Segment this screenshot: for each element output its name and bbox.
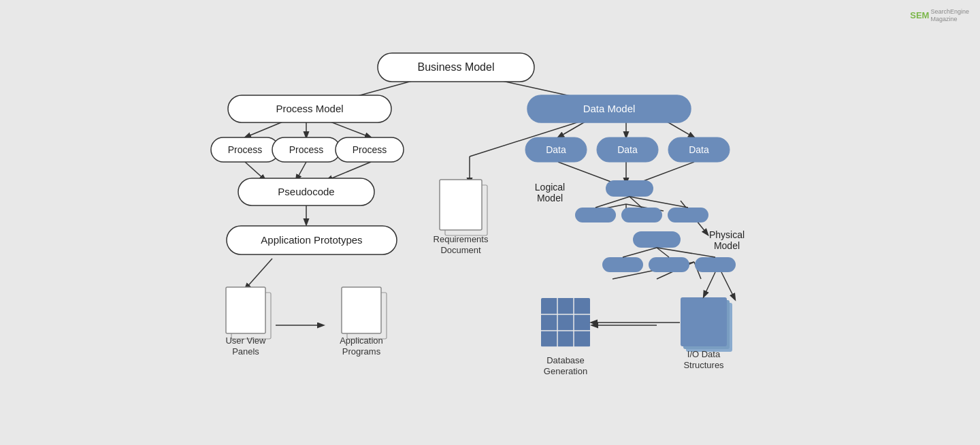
svg-text:Data Model: Data Model: [583, 103, 636, 114]
svg-text:Application Prototypes: Application Prototypes: [261, 234, 362, 246]
diagram-container: Business Model Process Model Data Model …: [0, 0, 980, 445]
svg-rect-64: [602, 257, 643, 272]
svg-text:Data: Data: [689, 144, 709, 155]
svg-text:Programs: Programs: [342, 346, 381, 357]
svg-text:Process: Process: [228, 144, 263, 155]
svg-text:Process: Process: [289, 144, 324, 155]
svg-text:Application: Application: [340, 335, 383, 346]
svg-rect-66: [695, 257, 736, 272]
svg-text:I/O Data: I/O Data: [687, 349, 721, 359]
svg-text:Document: Document: [440, 245, 481, 255]
svg-text:Generation: Generation: [544, 366, 587, 376]
logo: SEM SearchEngine Magazine: [910, 8, 969, 23]
svg-text:Data: Data: [546, 144, 566, 155]
svg-rect-55: [668, 208, 708, 222]
svg-rect-71: [440, 180, 482, 230]
svg-text:Panels: Panels: [232, 346, 259, 357]
svg-rect-53: [575, 208, 616, 222]
svg-rect-82: [541, 298, 590, 347]
svg-text:Process Model: Process Model: [276, 103, 343, 114]
svg-text:Model: Model: [537, 193, 563, 203]
svg-text:Physical: Physical: [709, 229, 745, 240]
svg-text:Process: Process: [353, 144, 387, 155]
svg-text:Pseudocode: Pseudocode: [278, 186, 334, 197]
svg-rect-52: [606, 180, 653, 197]
svg-text:Structures: Structures: [683, 360, 724, 370]
logo-text: SearchEngine Magazine: [930, 8, 969, 23]
svg-text:Requirements: Requirements: [434, 234, 489, 244]
svg-rect-63: [633, 231, 681, 248]
svg-text:Data: Data: [617, 144, 638, 155]
svg-text:Model: Model: [714, 240, 740, 251]
logo-sem: SEM: [910, 10, 929, 20]
svg-rect-92: [681, 297, 727, 346]
svg-text:Logical: Logical: [535, 182, 565, 193]
svg-rect-75: [226, 287, 265, 333]
svg-text:Business Model: Business Model: [418, 61, 495, 73]
svg-text:User View: User View: [225, 335, 266, 346]
svg-rect-65: [649, 257, 689, 272]
svg-rect-54: [621, 208, 662, 222]
svg-text:Database: Database: [546, 355, 585, 365]
svg-rect-79: [342, 287, 381, 333]
